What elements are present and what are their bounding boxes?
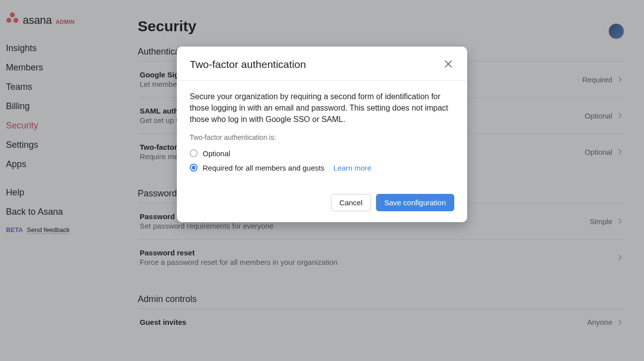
- modal-description: Secure your organization by requiring a …: [190, 91, 454, 125]
- radio-label: Optional: [203, 149, 230, 158]
- radio-option-optional[interactable]: Optional: [190, 146, 454, 161]
- radio-icon: [190, 149, 198, 157]
- radio-label: Required for all members and guests: [203, 164, 324, 172]
- modal-overlay: Two-factor authentication Secure your or…: [0, 0, 644, 361]
- radio-option-required[interactable]: Required for all members and guests Lear…: [190, 161, 454, 175]
- close-icon: [444, 60, 452, 68]
- learn-more-link[interactable]: Learn more: [333, 164, 372, 172]
- cancel-button[interactable]: Cancel: [331, 194, 371, 211]
- two-factor-field-label: Two-factor authentication is:: [190, 133, 454, 141]
- save-configuration-button[interactable]: Save configuration: [376, 194, 454, 211]
- modal-title: Two-factor authentication: [190, 59, 306, 70]
- radio-icon: [190, 164, 198, 172]
- close-button[interactable]: [442, 58, 454, 71]
- two-factor-modal: Two-factor authentication Secure your or…: [177, 47, 467, 222]
